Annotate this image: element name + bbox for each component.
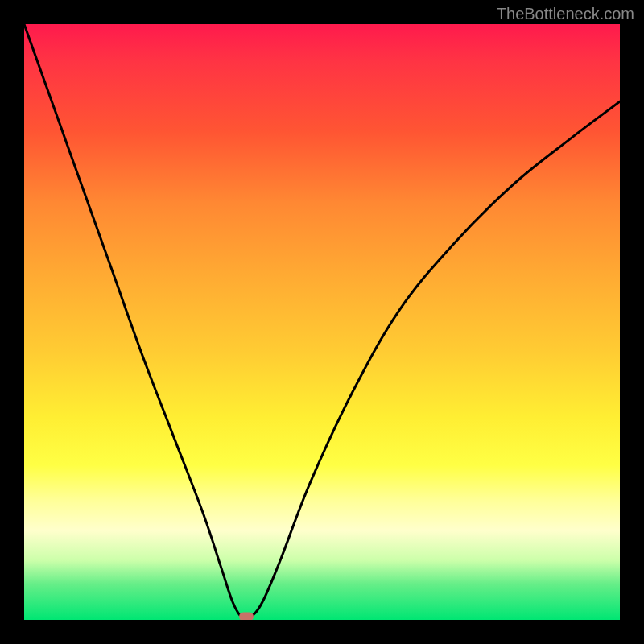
chart-plot-area (24, 24, 620, 620)
chart-curve-svg (24, 24, 620, 620)
bottleneck-curve (24, 24, 620, 619)
min-point-marker (239, 613, 254, 620)
watermark-text: TheBottleneck.com (497, 5, 634, 23)
